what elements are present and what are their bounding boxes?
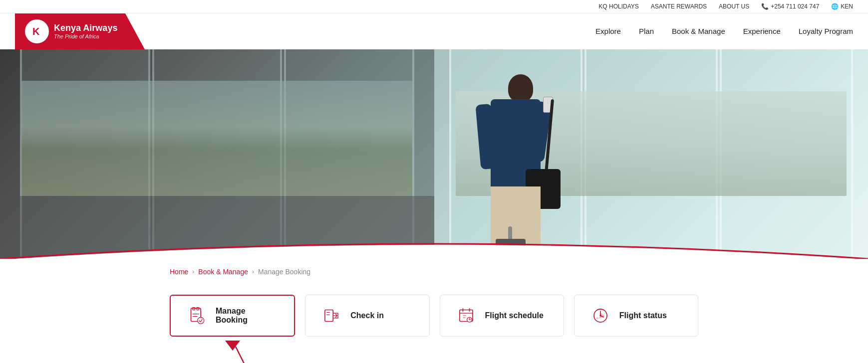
hero-background (0, 49, 868, 259)
phone-number: 📞 +254 711 024 747 (761, 3, 819, 10)
tagline: The Pride of Africa (54, 33, 117, 39)
about-us-link[interactable]: ABOUT US (719, 3, 749, 10)
hero-image (0, 49, 868, 259)
breadcrumb-current: Manage Booking (258, 268, 310, 276)
booking-icon (186, 305, 208, 327)
breadcrumb-home[interactable]: Home (170, 268, 188, 276)
check-in-card[interactable]: Check in (305, 295, 429, 337)
status-icon (589, 305, 611, 327)
phone-icon: 📞 (761, 3, 769, 10)
brand-name: Kenya Airways (54, 23, 117, 33)
svg-text:K: K (32, 26, 40, 37)
nav-plan[interactable]: Plan (639, 23, 654, 40)
flight-status-label: Flight status (619, 311, 667, 320)
logo-circle: K (25, 19, 49, 43)
check-in-label: Check in (350, 311, 384, 320)
flight-schedule-card[interactable]: Flight schedule (440, 295, 564, 337)
globe-icon: 🌐 (831, 3, 839, 10)
logo[interactable]: K Kenya Airways The Pride of Africa (15, 13, 145, 49)
nav-book-manage[interactable]: Book & Manage (672, 23, 725, 40)
nav-experience[interactable]: Experience (743, 23, 781, 40)
breadcrumb-separator-1: › (192, 268, 194, 275)
svg-point-7 (198, 317, 204, 324)
kq-holidays-link[interactable]: KQ HOLIDAYS (598, 3, 638, 10)
asante-rewards-link[interactable]: ASANTE REWARDS (651, 3, 707, 10)
header: K Kenya Airways The Pride of Africa Expl… (0, 13, 868, 49)
manage-booking-label: Manage Booking (216, 307, 279, 325)
person-figure (476, 49, 556, 259)
manage-booking-card[interactable]: Manage Booking (170, 295, 295, 337)
svg-rect-8 (325, 310, 333, 322)
nav-loyalty[interactable]: Loyalty Program (799, 23, 853, 40)
main-navigation: Explore Plan Book & Manage Experience Lo… (595, 23, 853, 40)
hero-curve (0, 235, 868, 259)
nav-explore[interactable]: Explore (595, 23, 621, 40)
logo-text: Kenya Airways The Pride of Africa (54, 23, 117, 39)
svg-rect-3 (193, 308, 195, 310)
schedule-icon (455, 305, 477, 327)
hero-left-section (0, 49, 434, 259)
svg-rect-4 (197, 308, 199, 310)
breadcrumb-parent[interactable]: Book & Manage (198, 268, 248, 276)
service-cards-container: Manage Booking Check in (0, 285, 868, 347)
flight-schedule-label: Flight schedule (485, 311, 544, 320)
flight-status-card[interactable]: Flight status (574, 295, 698, 337)
breadcrumb-separator-2: › (252, 268, 254, 275)
breadcrumb: Home › Book & Manage › Manage Booking (0, 259, 868, 285)
utility-bar: KQ HOLIDAYS ASANTE REWARDS ABOUT US 📞 +2… (0, 0, 868, 13)
active-card-arrow (0, 347, 868, 363)
checkin-icon (320, 305, 342, 327)
language-selector[interactable]: 🌐 KEN (831, 3, 853, 10)
